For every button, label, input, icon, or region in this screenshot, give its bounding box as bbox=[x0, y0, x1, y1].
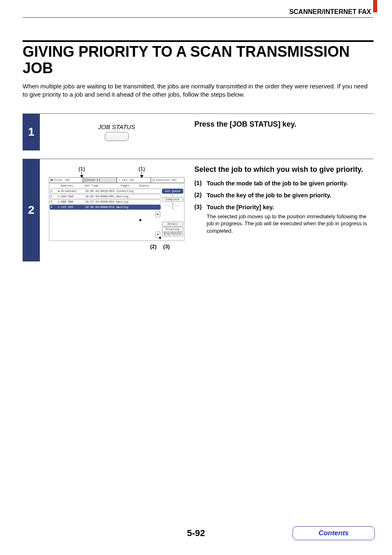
step-2: 2 (1) (1) Print Job bbox=[23, 159, 374, 261]
svg-point-3 bbox=[152, 179, 155, 181]
accent-strip bbox=[373, 0, 377, 12]
step-1-graphic: JOB STATUS bbox=[40, 114, 192, 150]
bottom-callouts: (2) (3) bbox=[49, 243, 184, 250]
callout-1b: (1) bbox=[138, 166, 145, 178]
scroll-up-button[interactable]: ▲ bbox=[155, 211, 160, 217]
step-2-number: 2 bbox=[23, 159, 40, 261]
section-title: SCANNER/INTERNET FAX bbox=[289, 8, 374, 16]
col-address: Address bbox=[61, 184, 85, 187]
tab-scan-to[interactable]: Scan to bbox=[83, 177, 117, 183]
progress-total: 1 bbox=[162, 206, 183, 210]
page-title: GIVING PRIORITY TO A SCAN TRANSMISSION J… bbox=[23, 44, 374, 76]
fax-row-icon: ☏ bbox=[56, 206, 61, 209]
callout-1a: (1) bbox=[78, 166, 85, 178]
broadcast-icon: ✱ bbox=[56, 190, 61, 193]
job-status-screen: (1) (1) Print Job Scan to bbox=[49, 177, 184, 241]
job-status-key[interactable] bbox=[105, 132, 129, 141]
instr-1-num: (1) bbox=[194, 180, 207, 187]
step-2-list: (1) Touch the mode tab of the job to be … bbox=[194, 180, 374, 211]
job-row-1[interactable]: 1 ✱ Broadcast 10:00 04/01 020/003 Connec… bbox=[50, 189, 161, 194]
contents-button[interactable]: Contents bbox=[293, 526, 375, 540]
title-rule bbox=[23, 40, 374, 42]
callout-2: (2) bbox=[150, 243, 157, 250]
job-row-3[interactable]: 3 ✉ BBB BBB 10:22 04/01 000/004 Waiting bbox=[50, 199, 161, 204]
col-pages: Pages bbox=[121, 184, 139, 187]
tab-fax-job[interactable]: Fax Job bbox=[117, 177, 151, 183]
step-2-graphic: (1) (1) Print Job Scan to bbox=[40, 159, 192, 261]
step-1: 1 JOB STATUS Press the [JOB STATUS] key. bbox=[23, 113, 374, 150]
instr-3-text: Touch the [Priority] key. bbox=[207, 204, 274, 211]
complete-button[interactable]: Complete bbox=[162, 197, 183, 202]
job-row-2[interactable]: 2 ✉ AAA AAA 10:05 04/01 000/001 Waiting bbox=[50, 194, 161, 199]
page: SCANNER/INTERNET FAX GIVING PRIORITY TO … bbox=[0, 0, 392, 261]
mail-icon: ✉ bbox=[56, 195, 61, 198]
side-panel: Job Queue ⇕ Complete 1 1 Detail Priority… bbox=[161, 188, 184, 239]
column-headers: Address Set Time Pages Status bbox=[49, 183, 184, 188]
instr-2-text: Touch the key of the job to be given pri… bbox=[207, 192, 331, 199]
progress-current: 1 bbox=[164, 202, 181, 206]
tab-internet-fax[interactable]: Internet Fax bbox=[151, 177, 185, 183]
tab-print-job[interactable]: Print Job bbox=[49, 177, 83, 183]
callout-2-dot bbox=[139, 219, 141, 221]
mode-tabs: Print Job Scan to Fax Job Internet Fax bbox=[49, 177, 184, 183]
instr-3-num: (3) bbox=[194, 204, 207, 211]
job-queue-button[interactable]: Job Queue bbox=[162, 189, 183, 194]
job-row-4-selected[interactable]: 4 ☏ CCC CCC 10:30 04/01 000/010 Waiting bbox=[50, 205, 161, 210]
col-status: Status bbox=[139, 184, 162, 187]
scan-icon bbox=[84, 178, 88, 182]
svg-rect-1 bbox=[51, 178, 52, 179]
detail-button[interactable]: Detail bbox=[162, 222, 183, 227]
svg-rect-2 bbox=[84, 179, 87, 181]
callout-3-dot bbox=[159, 237, 161, 239]
header-bar: SCANNER/INTERNET FAX bbox=[23, 8, 374, 18]
priority-button[interactable]: Priority bbox=[162, 227, 183, 232]
fax-icon bbox=[118, 178, 121, 182]
instr-3-body: The selected job moves up to the positio… bbox=[207, 213, 374, 235]
instr-2-num: (2) bbox=[194, 192, 207, 199]
intro-text: When multiple jobs are waiting to be tra… bbox=[23, 82, 374, 99]
col-settime: Set Time bbox=[85, 184, 121, 187]
stop-delete-button[interactable]: Stop/Delete bbox=[162, 232, 183, 236]
step-1-number: 1 bbox=[23, 114, 40, 150]
mail-icon: ✉ bbox=[56, 200, 61, 204]
internet-fax-icon bbox=[152, 178, 155, 182]
printer-icon bbox=[50, 178, 53, 182]
svg-rect-0 bbox=[51, 179, 53, 180]
toggle-arrow-icon: ⇕ bbox=[162, 194, 183, 197]
top-callouts: (1) (1) bbox=[49, 166, 184, 177]
instr-1-text: Touch the mode tab of the job to be give… bbox=[207, 180, 348, 187]
step-1-heading: Press the [JOB STATUS] key. bbox=[194, 120, 374, 129]
job-rows: 1 ✱ Broadcast 10:00 04/01 020/003 Connec… bbox=[49, 188, 161, 239]
job-status-label: JOB STATUS bbox=[98, 123, 135, 130]
step-2-heading: Select the job to which you wish to give… bbox=[194, 165, 374, 174]
callout-3: (3) bbox=[163, 243, 170, 250]
